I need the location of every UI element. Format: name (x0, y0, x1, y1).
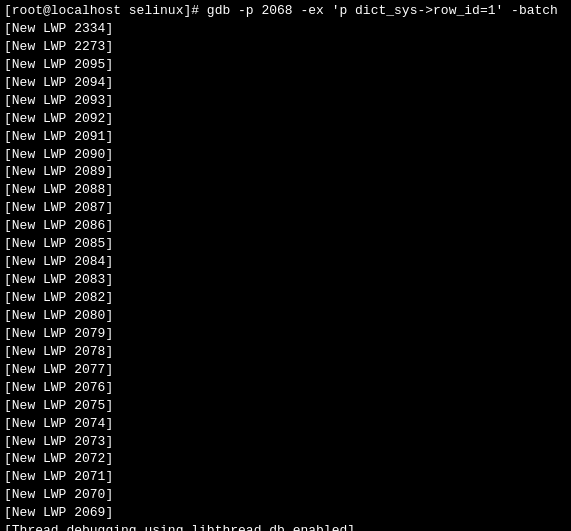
terminal-line-lwp17: [New LWP 2080] (4, 307, 567, 325)
terminal-line-lwp2: [New LWP 2273] (4, 38, 567, 56)
terminal-line-lwp19: [New LWP 2078] (4, 343, 567, 361)
terminal-line-lwp21: [New LWP 2076] (4, 379, 567, 397)
terminal-line-lwp10: [New LWP 2088] (4, 181, 567, 199)
terminal-line-lwp5: [New LWP 2093] (4, 92, 567, 110)
terminal-line-lwp26: [New LWP 2071] (4, 468, 567, 486)
terminal-line-lwp15: [New LWP 2083] (4, 271, 567, 289)
terminal-line-thread_debug: [Thread debugging using libthread_db ena… (4, 522, 567, 531)
terminal-line-lwp13: [New LWP 2085] (4, 235, 567, 253)
terminal-line-lwp20: [New LWP 2077] (4, 361, 567, 379)
terminal-line-lwp12: [New LWP 2086] (4, 217, 567, 235)
terminal-line-lwp7: [New LWP 2091] (4, 128, 567, 146)
terminal-line-lwp16: [New LWP 2082] (4, 289, 567, 307)
terminal-line-lwp25: [New LWP 2072] (4, 450, 567, 468)
terminal-line-lwp4: [New LWP 2094] (4, 74, 567, 92)
terminal: [root@localhost selinux]# gdb -p 2068 -e… (0, 0, 571, 531)
terminal-line-lwp1: [New LWP 2334] (4, 20, 567, 38)
terminal-line-lwp27: [New LWP 2070] (4, 486, 567, 504)
terminal-line-prompt: [root@localhost selinux]# gdb -p 2068 -e… (4, 2, 567, 20)
terminal-line-lwp18: [New LWP 2079] (4, 325, 567, 343)
terminal-line-lwp3: [New LWP 2095] (4, 56, 567, 74)
terminal-line-lwp6: [New LWP 2092] (4, 110, 567, 128)
terminal-line-lwp22: [New LWP 2075] (4, 397, 567, 415)
terminal-line-lwp24: [New LWP 2073] (4, 433, 567, 451)
terminal-line-lwp11: [New LWP 2087] (4, 199, 567, 217)
terminal-line-lwp14: [New LWP 2084] (4, 253, 567, 271)
terminal-line-lwp9: [New LWP 2089] (4, 163, 567, 181)
terminal-line-lwp23: [New LWP 2074] (4, 415, 567, 433)
terminal-line-lwp8: [New LWP 2090] (4, 146, 567, 164)
terminal-line-lwp28: [New LWP 2069] (4, 504, 567, 522)
